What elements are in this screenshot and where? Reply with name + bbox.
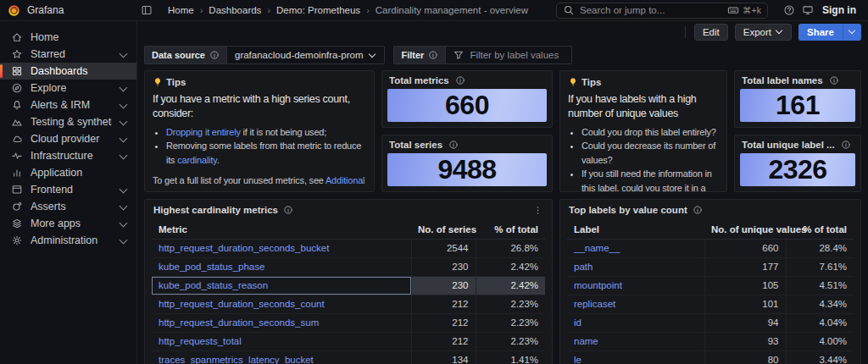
help-icon[interactable] (780, 1, 798, 19)
cell-link[interactable]: kube_pod_status_phase (159, 262, 264, 272)
share-menu-button[interactable] (843, 24, 861, 41)
info-icon[interactable] (455, 74, 465, 86)
cell-link[interactable]: id (574, 317, 581, 328)
sidebar-item-frontend[interactable]: Frontend (0, 181, 136, 198)
info-icon[interactable] (693, 204, 703, 216)
sidebar-item-cloud-provider[interactable]: Cloud provider (0, 130, 136, 147)
table-cell: 212 (411, 313, 476, 332)
export-label: Export (743, 27, 771, 37)
table-cell: 93 (704, 332, 786, 350)
share-label[interactable]: Share (798, 24, 843, 41)
stat-column-left: Total metrics 660 Total series 9488 (381, 70, 553, 192)
info-icon[interactable] (829, 74, 839, 86)
table-cell: http_requests_total (152, 332, 411, 350)
column-header[interactable]: No. of unique values (704, 220, 786, 239)
info-icon[interactable] (209, 49, 220, 61)
breadcrumb-item[interactable]: Dashboards (209, 5, 261, 15)
chevron-down-icon (120, 219, 128, 228)
breadcrumb: Home›Dashboards›Demo: Prometheus›Cardina… (168, 5, 528, 15)
stat-column-right: Total label names 161 Total unique label… (734, 70, 861, 192)
info-icon[interactable] (841, 139, 851, 151)
cloud-icon (10, 133, 23, 145)
breadcrumb-item[interactable]: Demo: Prometheus (276, 5, 360, 15)
sidebar-item-dashboards[interactable]: Dashboards (0, 63, 136, 80)
panel-menu-icon[interactable] (531, 205, 543, 216)
cell-link[interactable]: kube_pod_status_reason (159, 280, 268, 290)
info-icon[interactable] (448, 139, 459, 151)
tips-panel-metrics: Tips If you have a metric with a high se… (144, 70, 375, 192)
cell-link[interactable]: path (574, 262, 593, 272)
datasource-dropdown[interactable]: grafanacloud-demoinfra-prom (226, 46, 386, 64)
cell-link[interactable]: http_request_duration_seconds_bucket (159, 243, 329, 253)
grafana-logo-icon[interactable] (8, 4, 20, 17)
search-input[interactable]: Search or jump to... ⌘+k (556, 3, 768, 19)
table-row: http_request_duration_seconds_count2122.… (152, 295, 545, 313)
column-header[interactable]: Metric (152, 220, 411, 239)
cell-link[interactable]: replicaset (574, 299, 615, 309)
cell-link[interactable]: http_requests_total (159, 336, 242, 346)
tips-bullet: Could you drop this label entirely? (581, 125, 719, 140)
table-row: kube_pod_status_phase2302.42% (152, 257, 545, 276)
cell-link[interactable]: traces_spanmetrics_latency_bucket (159, 355, 314, 364)
filter-label: Filter (393, 46, 445, 64)
cell-link[interactable]: __name__ (574, 243, 620, 253)
table-cell: 80 (704, 350, 786, 364)
column-header[interactable]: No. of series (411, 220, 476, 239)
tip-link[interactable]: cardinality (177, 155, 217, 165)
cell-link[interactable]: le (574, 355, 581, 364)
chevron-down-icon (120, 236, 128, 245)
sidebar: HomeStarredDashboardsExploreAlerts & IRM… (0, 21, 137, 364)
sidebar-item-more-apps[interactable]: More apps (0, 215, 136, 232)
gear-icon (10, 234, 23, 246)
pulse-icon (10, 150, 23, 162)
table-row: http_request_duration_seconds_bucket2544… (152, 239, 545, 257)
panel-title: Top labels by value count (560, 200, 860, 220)
info-icon[interactable] (283, 204, 293, 216)
sidebar-item-starred[interactable]: Starred (0, 46, 136, 63)
filter-input[interactable]: Filter by label values (445, 46, 572, 64)
sidebar-item-label: Explore (31, 82, 112, 94)
filter-placeholder: Filter by label values (470, 50, 559, 60)
sidebar-item-asserts[interactable]: Asserts (0, 198, 136, 215)
breadcrumb-item[interactable]: Home (168, 5, 194, 15)
sidebar-item-home[interactable]: Home (0, 29, 136, 46)
table-row: le803.44% (567, 350, 854, 364)
chevron-down-icon (120, 185, 128, 194)
sidebar-item-alerts-irm[interactable]: Alerts & IRM (0, 97, 136, 113)
sidebar-item-testing-synthetics[interactable]: Testing & synthetics (0, 113, 136, 130)
filter-control: Filter Filter by label values (393, 46, 572, 64)
brand[interactable]: Grafana (0, 4, 137, 17)
news-icon[interactable] (798, 1, 817, 19)
sidebar-item-administration[interactable]: Administration (0, 232, 136, 249)
table-cell: 1.41% (476, 350, 545, 364)
funnel-icon (453, 49, 465, 61)
cell-link[interactable]: name (574, 336, 598, 346)
info-icon[interactable] (428, 49, 438, 61)
column-header[interactable]: Label (567, 220, 704, 239)
stat-value: 2326 (740, 153, 855, 186)
chevron-down-icon (120, 84, 128, 92)
chevron-down-icon (776, 28, 783, 36)
breadcrumb-separator: › (366, 5, 370, 15)
dock-menu-icon[interactable] (137, 1, 156, 19)
sidebar-item-explore[interactable]: Explore (0, 80, 136, 97)
table-cell: 7.61% (786, 257, 854, 276)
cell-link[interactable]: mountpoint (574, 280, 622, 290)
sign-in-button[interactable]: Sign in (822, 4, 856, 16)
export-button[interactable]: Export (735, 24, 792, 41)
chevron-down-icon (120, 101, 128, 109)
sidebar-item-application[interactable]: Application (0, 164, 136, 181)
sidebar-item-label: Testing & synthetics (31, 116, 112, 128)
sidebar-item-label: Administration (31, 234, 112, 246)
sidebar-item-label: Infrastructure (31, 150, 112, 162)
tip-link[interactable]: Dropping it entirely (166, 127, 241, 137)
table-row: id944.04% (567, 313, 854, 332)
sidebar-item-infrastructure[interactable]: Infrastructure (0, 147, 136, 164)
column-header[interactable]: % of total (476, 220, 545, 239)
cell-link[interactable]: http_request_duration_seconds_sum (159, 317, 319, 328)
table-row: replicaset1014.34% (567, 295, 854, 313)
cell-link[interactable]: http_request_duration_seconds_count (159, 299, 325, 309)
chevron-down-icon (120, 152, 128, 160)
share-button[interactable]: Share (798, 24, 861, 41)
edit-button[interactable]: Edit (694, 24, 728, 41)
